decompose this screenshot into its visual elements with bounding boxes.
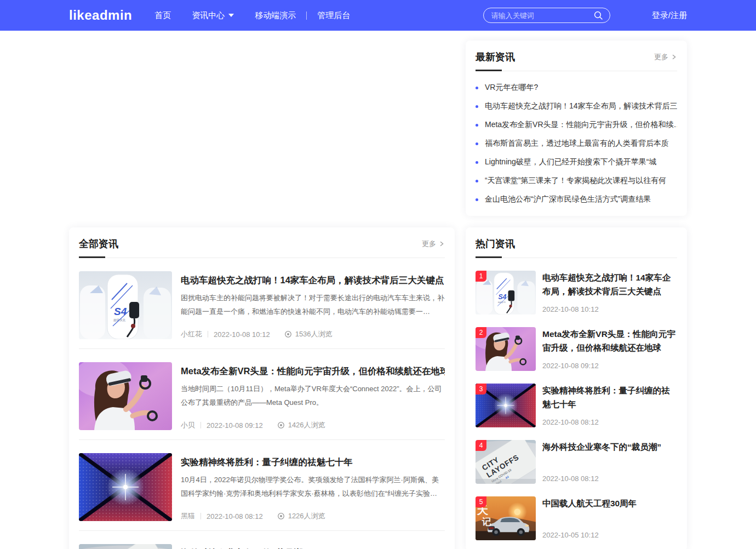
top-navbar: likeadmin 首页 资讯中心 移动端演示 管理后台 <box>0 0 756 31</box>
bullet-dot-icon <box>476 87 478 89</box>
article-thumbnail[interactable]: 5 天 记 <box>476 496 536 540</box>
list-item[interactable]: “天宫课堂”第三课来了！专家揭秘此次课程与以往有何 <box>476 175 677 186</box>
chevron-right-icon <box>671 54 677 60</box>
hot-news-list: 1 S4 超级快充 电动车超快充之战打响！14家车企布局，解读技术背后三大关键点… <box>466 271 687 549</box>
svg-text:记: 记 <box>482 517 491 527</box>
hot-item-date: 2022-10-08 10:12 <box>542 305 677 313</box>
article-thumbnail[interactable]: 4 CITY LAYOFFS More COVID-19 fallout A3 <box>476 440 536 484</box>
latest-news-title: 最新资讯 <box>476 50 515 64</box>
rank-badge: 1 <box>476 271 486 282</box>
section-rule <box>476 70 677 71</box>
article-thumbnail[interactable] <box>79 453 172 521</box>
article-row[interactable]: S4 超级快充 电动车超快充之战打响！14家车企布局，解读技术背后三大关键点 困… <box>79 258 445 348</box>
bullet-dot-icon <box>476 198 478 201</box>
rank-badge: 4 <box>476 440 486 451</box>
list-item[interactable]: 电动车超快充之战打响！14家车企布局，解读技术背后三… <box>476 101 677 112</box>
hot-news-card: 热门资讯 1 S4 超级快充 电动车超快充之战打响！14家车企布局，解读技术背后… <box>466 227 687 549</box>
bullet-dot-icon <box>476 161 478 164</box>
bullet-dot-icon <box>476 105 478 108</box>
article-views: 1536人浏览 <box>284 329 333 339</box>
eye-icon <box>277 512 285 520</box>
nav-item-admin[interactable]: 管理后台 <box>307 0 360 31</box>
meta-divider <box>208 331 208 338</box>
hot-item-title[interactable]: Meta发布全新VR头显：性能向元宇宙升级，但价格和续航还在地球 <box>542 327 677 354</box>
article-title[interactable]: 海外科技企业寒冬下的“裁员潮” <box>181 546 445 549</box>
nav-item-home[interactable]: 首页 <box>144 0 181 31</box>
main-nav: 首页 资讯中心 移动端演示 管理后台 <box>144 0 360 31</box>
hot-item-title[interactable]: 中国载人航天工程30周年 <box>542 496 677 510</box>
article-views: 1426人浏览 <box>277 420 325 430</box>
article-thumbnail[interactable] <box>79 362 172 430</box>
chevron-right-icon <box>438 241 445 247</box>
all-news-title: 全部资讯 <box>79 237 118 250</box>
all-news-card: 全部资讯 更多 S4 超级快充 电动车超快充之战打响！14家车企布局，解读技术背… <box>69 227 455 549</box>
article-views: 1226人浏览 <box>277 511 325 521</box>
hot-news-item[interactable]: 4 CITY LAYOFFS More COVID-19 fallout A3 … <box>476 440 677 484</box>
login-register-link[interactable]: 登录/注册 <box>652 10 687 21</box>
eye-icon <box>284 330 292 338</box>
article-thumbnail[interactable]: CITY LAYOFFS More COVID-19 fallout A3 <box>79 544 172 549</box>
article-title[interactable]: 实验精神终将胜利：量子纠缠的祛魅七十年 <box>181 455 445 468</box>
rank-badge: 5 <box>476 496 486 507</box>
eye-icon <box>277 421 285 429</box>
article-meta: 小红花 2022-10-08 10:12 1536人浏览 <box>181 324 445 339</box>
bullet-dot-icon <box>476 142 478 145</box>
article-thumbnail[interactable]: 1 S4 超级快充 <box>476 271 536 314</box>
article-row[interactable]: CITY LAYOFFS More COVID-19 fallout A3 海外… <box>79 530 445 549</box>
list-item[interactable]: Lightning破壁，人们已经开始搜索下个撬开苹果“城 <box>476 157 677 168</box>
all-news-more-link[interactable]: 更多 <box>422 239 445 249</box>
article-desc: 当地时间周二（10月11日），Meta举办了VR年度大会“Connect 202… <box>181 382 445 409</box>
hot-news-item[interactable]: 3 实验精神终将胜利：量子纠缠的祛魅七十年 2022-10-08 08:12 <box>476 384 677 427</box>
section-rule <box>476 256 677 258</box>
article-author: 小红花 <box>181 329 202 339</box>
svg-text:超级快充: 超级快充 <box>113 318 126 322</box>
article-author: 小贝 <box>181 420 195 430</box>
list-item[interactable]: Meta发布全新VR头显：性能向元宇宙升级，但价格和续…还 <box>476 119 677 130</box>
hot-news-item[interactable]: 2 Meta发布全新VR头显：性能向元宇宙升级，但价格和续航还在地球 2022-… <box>476 327 677 371</box>
hot-item-date: 2022-10-08 09:12 <box>542 362 677 370</box>
hot-item-date: 2022-10-08 08:12 <box>542 418 677 426</box>
hot-item-title[interactable]: 海外科技企业寒冬下的“裁员潮” <box>542 440 677 454</box>
article-date: 2022-10-08 10:12 <box>214 330 270 339</box>
hot-item-title[interactable]: 实验精神终将胜利：量子纠缠的祛魅七十年 <box>542 384 677 411</box>
svg-text:超级快充: 超级快充 <box>498 301 506 304</box>
article-title[interactable]: Meta发布全新VR头显：性能向元宇宙升级，但价格和续航还在地球 <box>181 364 445 378</box>
latest-news-more-link[interactable]: 更多 <box>654 52 677 62</box>
search-icon[interactable] <box>593 10 603 20</box>
site-logo[interactable]: likeadmin <box>69 8 132 23</box>
article-list: S4 超级快充 电动车超快充之战打响！14家车企布局，解读技术背后三大关键点 困… <box>69 258 455 549</box>
nav-item-mobile-demo[interactable]: 移动端演示 <box>244 0 306 31</box>
hot-item-date: 2022-10-05 10:12 <box>542 531 677 539</box>
list-item[interactable]: 金山电池公布“沪广深市民绿色生活方式”调查结果 <box>476 194 677 205</box>
article-author: 黑猫 <box>181 511 195 521</box>
article-row[interactable]: 实验精神终将胜利：量子纠缠的祛魅七十年 10月4日，2022年诺贝尔物理学奖公布… <box>79 439 445 530</box>
left-column: 全部资讯 更多 S4 超级快充 电动车超快充之战打响！14家车企布局，解读技术背… <box>69 41 455 549</box>
svg-text:S4: S4 <box>114 306 127 317</box>
hot-item-date: 2022-10-08 08:12 <box>542 474 677 483</box>
article-thumbnail[interactable]: 3 <box>476 384 536 427</box>
list-item[interactable]: VR元年在哪年? <box>476 82 677 93</box>
search-input[interactable] <box>491 12 593 20</box>
rank-badge: 3 <box>476 384 486 394</box>
article-title[interactable]: 电动车超快充之战打响！14家车企布局，解读技术背后三大关键点 <box>181 273 445 287</box>
bullet-dot-icon <box>476 180 478 182</box>
section-rule <box>79 256 445 258</box>
article-thumbnail[interactable]: S4 超级快充 <box>79 271 172 339</box>
hot-news-item[interactable]: 5 天 记 中国载人航天工程30周年 2022-10-05 10:12 <box>476 496 677 540</box>
hot-news-item[interactable]: 1 S4 超级快充 电动车超快充之战打响！14家车企布局，解读技术背后三大关键点… <box>476 271 677 314</box>
article-desc: 10月4日，2022年诺贝尔物理学奖公布。奖项颁发给了法国科学家阿兰·阿斯佩、美… <box>181 473 445 500</box>
right-column: 最新资讯 更多 VR元年在哪年? 电动车超快充之战打响！14家车企布局，解读技术… <box>466 41 687 549</box>
article-row[interactable]: Meta发布全新VR头显：性能向元宇宙升级，但价格和续航还在地球 当地时间周二（… <box>79 348 445 439</box>
hot-news-title: 热门资讯 <box>476 237 515 250</box>
svg-text:S4: S4 <box>498 293 506 301</box>
bullet-dot-icon <box>476 124 478 127</box>
article-date: 2022-10-08 08:12 <box>207 512 263 521</box>
nav-item-news-center[interactable]: 资讯中心 <box>181 0 244 31</box>
hot-item-title[interactable]: 电动车超快充之战打响！14家车企布局，解读技术背后三大关键点 <box>542 271 677 298</box>
chevron-down-icon <box>228 14 234 17</box>
search-box <box>483 8 610 23</box>
list-item[interactable]: 福布斯首富易主，透过地球上最富有的人类看背后本质 <box>476 138 677 149</box>
meta-divider <box>201 422 201 428</box>
article-thumbnail[interactable]: 2 <box>476 327 536 371</box>
article-date: 2022-10-08 09:12 <box>207 421 263 430</box>
